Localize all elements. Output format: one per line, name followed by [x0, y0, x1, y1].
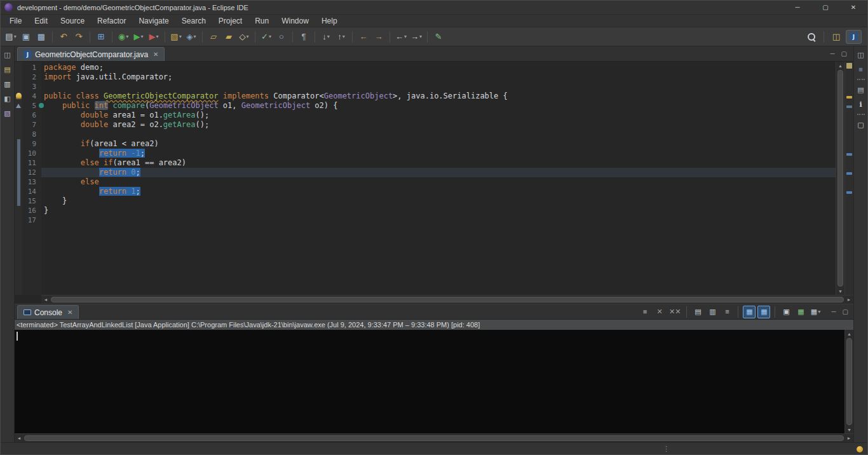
annotation-ruler-cell[interactable]	[15, 158, 22, 168]
line-number[interactable]: 10	[22, 149, 41, 158]
menu-window[interactable]: Window	[275, 15, 315, 27]
annotation-ruler-cell[interactable]	[15, 139, 22, 149]
open-perspective-button[interactable]: ◫	[829, 30, 843, 44]
annotation-ruler-cell[interactable]	[15, 101, 22, 111]
menu-edit[interactable]: Edit	[28, 15, 54, 27]
redo-button[interactable]: ↷	[72, 30, 86, 44]
warning-marker[interactable]	[846, 96, 852, 98]
line-number[interactable]: 1	[22, 63, 41, 72]
menu-refactor[interactable]: Refactor	[91, 15, 132, 27]
annotation-ruler-cell[interactable]	[15, 149, 22, 158]
task-list-view-button[interactable]: ▤	[856, 85, 866, 95]
minimize-editor-button[interactable]: ─	[830, 50, 834, 57]
annotation-ruler-cell[interactable]	[15, 111, 22, 120]
line-number[interactable]: 6	[22, 111, 41, 120]
console-vertical-scrollbar[interactable]: ▲ ▼	[844, 330, 853, 433]
menu-project[interactable]: Project	[212, 15, 248, 27]
overview-ruler[interactable]	[844, 62, 853, 295]
annotation-ruler-cell[interactable]	[15, 196, 22, 206]
code-text[interactable]: }	[41, 206, 836, 215]
line-number[interactable]: 12	[22, 168, 41, 177]
editor-horizontal-scrollbar[interactable]: ◄ ►	[41, 295, 853, 304]
menu-help[interactable]: Help	[315, 15, 344, 27]
occurrence-marker[interactable]	[846, 153, 852, 156]
annotation-ruler-cell[interactable]	[15, 120, 22, 130]
menu-file[interactable]: File	[3, 15, 28, 27]
annotation-ruler-cell[interactable]	[15, 206, 22, 215]
line-number[interactable]: 13	[22, 177, 41, 187]
vertical-scroll-thumb[interactable]	[837, 70, 843, 287]
clear-console-button[interactable]: ▤	[691, 306, 704, 318]
occurrence-marker[interactable]	[846, 191, 852, 194]
run-button[interactable]: ▶▾	[132, 30, 146, 44]
java-perspective-button[interactable]: J	[846, 30, 862, 44]
code-text[interactable]: double area2 = o2.getArea();	[41, 120, 836, 130]
horizontal-scroll-thumb[interactable]	[51, 297, 844, 302]
scroll-left-arrow-icon[interactable]: ◄	[41, 295, 50, 304]
code-text[interactable]: else	[41, 177, 836, 187]
line-number[interactable]: 7	[22, 120, 41, 130]
annotation-ruler-cell[interactable]	[15, 168, 22, 177]
annotation-ruler-cell[interactable]	[15, 63, 22, 72]
maximize-console-button[interactable]: ▢	[843, 308, 848, 315]
annotation-ruler-cell[interactable]	[15, 92, 22, 101]
code-text[interactable]: else if(area1 == area2)	[41, 158, 836, 168]
code-text[interactable]	[41, 215, 836, 225]
occurrence-marker[interactable]	[846, 105, 852, 108]
occurrence-marker[interactable]	[846, 172, 852, 175]
console-output[interactable]	[15, 330, 844, 433]
line-number[interactable]: 5	[22, 101, 41, 111]
navigator-button[interactable]: ◧	[3, 93, 13, 104]
new-class-button[interactable]: ◈▾	[184, 30, 198, 44]
annotation-ruler-cell[interactable]	[15, 130, 22, 139]
scroll-left-arrow-icon[interactable]: ◄	[15, 434, 24, 442]
undo-button[interactable]: ↶	[57, 30, 71, 44]
maximize-editor-button[interactable]: ▢	[841, 50, 847, 57]
scroll-up-arrow-icon[interactable]: ▲	[845, 330, 853, 337]
breadcrumb-button[interactable]: ○	[275, 30, 288, 44]
remove-all-launches-button[interactable]: ✕✕	[668, 306, 682, 318]
menu-run[interactable]: Run	[248, 15, 275, 27]
annotation-ruler-cell[interactable]	[15, 72, 22, 82]
save-button[interactable]: ▣	[19, 30, 33, 44]
terminate-button[interactable]: ■	[639, 306, 651, 318]
code-text[interactable]: return -1;	[41, 149, 836, 158]
line-number[interactable]: 15	[22, 196, 41, 206]
scroll-right-arrow-icon[interactable]: ►	[844, 434, 853, 442]
code-editor[interactable]: 1package demo;2import java.util.Comparat…	[15, 62, 836, 295]
new-wizard-button[interactable]: ▤▾	[4, 30, 18, 44]
console-tab[interactable]: Console ✕	[17, 305, 79, 319]
save-all-button[interactable]: ▩	[34, 30, 48, 44]
word-wrap-button[interactable]: ≡	[721, 306, 733, 318]
show-stdout-when-changed-button[interactable]: ▦	[743, 306, 756, 318]
line-number[interactable]: 11	[22, 158, 41, 168]
code-text[interactable]	[41, 82, 836, 92]
open-type-button[interactable]: ◇▾	[237, 30, 251, 44]
package-explorer-button[interactable]: ▤	[3, 64, 13, 74]
show-whitespace-button[interactable]: ¶	[297, 30, 311, 44]
restore-right-panel-button[interactable]: ◫	[856, 50, 866, 60]
scroll-down-arrow-icon[interactable]: ▼	[836, 287, 844, 295]
code-text[interactable]: return 0;	[41, 168, 836, 177]
menu-source[interactable]: Source	[54, 15, 91, 27]
project-explorer-button[interactable]: ▥	[3, 79, 13, 89]
minimize-console-button[interactable]: ─	[831, 308, 836, 315]
line-number[interactable]: 4	[22, 92, 41, 101]
console-tab-close-icon[interactable]: ✕	[67, 309, 72, 316]
next-edit-location-button[interactable]: →	[372, 30, 386, 44]
annotation-ruler-cell[interactable]	[15, 215, 22, 225]
scroll-up-arrow-icon[interactable]: ▲	[836, 62, 844, 69]
close-button[interactable]: ✕	[839, 1, 867, 14]
snippets-button[interactable]: ▧	[3, 108, 13, 118]
back-history-button[interactable]: ←▾	[394, 30, 408, 44]
javadoc-view-button[interactable]: ℹ	[856, 99, 866, 109]
line-number[interactable]: 9	[22, 139, 41, 149]
annotation-filter-icon[interactable]	[846, 63, 852, 69]
line-number[interactable]: 14	[22, 187, 41, 196]
code-text[interactable]: if(area1 < area2)	[41, 139, 836, 149]
remove-launch-button[interactable]: ✕	[653, 306, 666, 318]
line-number[interactable]: 3	[22, 82, 41, 92]
outline-view-button[interactable]: ≡	[856, 64, 866, 74]
line-number[interactable]: 8	[22, 130, 41, 139]
scroll-right-arrow-icon[interactable]: ►	[844, 295, 853, 304]
